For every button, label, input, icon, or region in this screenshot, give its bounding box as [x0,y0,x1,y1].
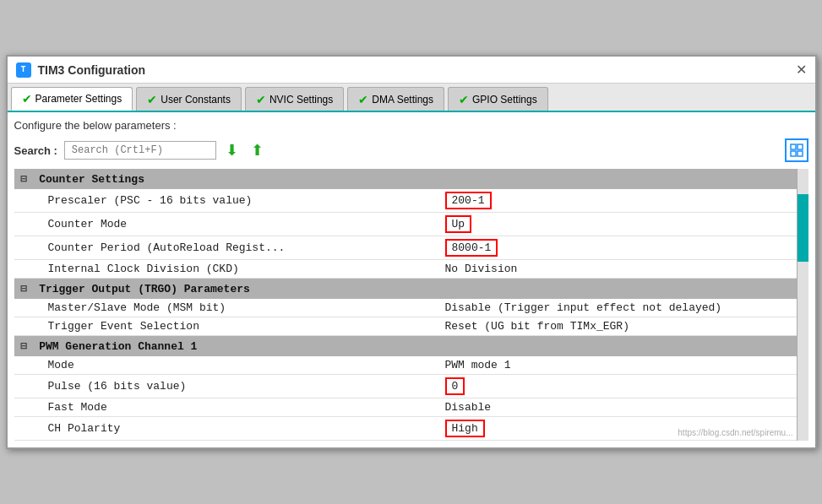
window-title: TIM3 Configuration [38,63,146,77]
section-trigger-output: ⊟ Trigger Output (TRGO) Parameters [14,279,808,300]
param-name: CH Polarity [14,417,411,441]
section-toggle-icon[interactable]: ⊟ [21,340,28,353]
section-title: Counter Settings [39,173,144,186]
param-name: Mode [14,356,411,375]
param-value[interactable]: 8000-1 [411,236,808,260]
table-row: Fast Mode Disable [14,398,808,417]
tab-label: User Constants [161,94,231,106]
configure-text: Configure the below parameters : [14,119,808,132]
table-row: Trigger Event Selection Reset (UG bit fr… [14,317,808,336]
table-row: Master/Slave Mode (MSM bit) Disable (Tri… [14,299,808,317]
search-input[interactable] [64,141,216,160]
grid-icon [790,144,803,157]
table-row: Prescaler (PSC - 16 bits value) 200-1 [14,189,808,213]
param-name: Pulse (16 bits value) [14,375,411,398]
table-row: Internal Clock Division (CKD) No Divisio… [14,260,808,279]
tab-gpio-settings[interactable]: ✔ GPIO Settings [448,87,548,111]
value-highlighted: 8000-1 [445,239,498,257]
param-name: Internal Clock Division (CKD) [14,260,411,279]
svg-rect-0 [791,144,796,149]
search-next-button[interactable]: ⬇ [223,141,242,160]
tab-check-icon: ✔ [256,93,266,106]
grid-view-button[interactable] [785,138,808,162]
window-icon: T [16,62,31,78]
param-value: Disable [411,398,808,417]
table-row: Mode PWM mode 1 [14,356,808,375]
param-value[interactable]: 200-1 [411,189,808,213]
table-row: Counter Mode Up [14,213,808,236]
svg-rect-3 [798,151,803,156]
section-pwm-channel1: ⊟ PWM Generation Channel 1 [14,336,808,357]
param-name: Master/Slave Mode (MSM bit) [14,299,411,317]
param-value: Disable (Trigger input effect not delaye… [411,299,808,317]
watermark: https://blog.csdn.net/spiremu... [678,428,792,437]
section-toggle-icon[interactable]: ⊟ [21,173,28,186]
param-name: Fast Mode [14,398,411,417]
params-wrapper: ⊟ Counter Settings Prescaler (PSC - 16 b… [14,169,808,441]
title-bar-left: T TIM3 Configuration [16,62,146,78]
tab-label: Parameter Settings [35,93,122,105]
param-value: No Division [411,260,808,279]
tab-label: DMA Settings [372,94,433,106]
tab-check-icon: ✔ [459,93,469,106]
param-name: Prescaler (PSC - 16 bits value) [14,189,411,213]
param-name: Counter Period (AutoReload Regist... [14,236,411,260]
section-title: Trigger Output (TRGO) Parameters [39,283,250,295]
title-bar: T TIM3 Configuration ✕ [8,57,815,84]
param-name: Trigger Event Selection [14,317,411,336]
close-button[interactable]: ✕ [796,62,807,78]
tab-check-icon: ✔ [22,92,32,106]
value-highlighted: 0 [445,377,465,395]
param-value: PWM mode 1 [411,356,808,375]
main-window: T TIM3 Configuration ✕ ✔ Parameter Setti… [6,55,817,449]
tab-check-icon: ✔ [358,93,368,106]
tab-user-constants[interactable]: ✔ User Constants [136,87,242,111]
param-value[interactable]: 0 [411,375,808,398]
section-counter-settings: ⊟ Counter Settings [14,169,808,189]
tab-check-icon: ✔ [147,93,157,106]
param-value[interactable]: Up [411,213,808,236]
table-row: Pulse (16 bits value) 0 [14,375,808,398]
search-bar: Search : ⬇ ⬆ [14,138,808,162]
scrollbar-thumb [798,194,808,262]
tab-parameter-settings[interactable]: ✔ Parameter Settings [11,87,133,111]
window-icon-label: T [20,65,25,74]
search-label: Search : [14,144,57,157]
value-highlighted: High [445,420,485,437]
tab-nvic-settings[interactable]: ✔ NVIC Settings [245,87,344,111]
tabs-bar: ✔ Parameter Settings ✔ User Constants ✔ … [8,84,815,112]
content-area: Configure the below parameters : Search … [8,112,815,447]
value-highlighted: Up [445,215,472,233]
table-row: Counter Period (AutoReload Regist... 800… [14,236,808,260]
tab-label: GPIO Settings [472,94,537,106]
param-name: Counter Mode [14,213,411,236]
tab-label: NVIC Settings [269,94,333,106]
scrollbar[interactable] [797,169,808,441]
section-toggle-icon[interactable]: ⊟ [21,283,28,295]
tab-dma-settings[interactable]: ✔ DMA Settings [347,87,444,111]
value-highlighted: 200-1 [445,192,492,209]
param-value: Reset (UG bit from TIMx_EGR) [411,317,808,336]
section-title: PWM Generation Channel 1 [39,340,197,353]
params-table: ⊟ Counter Settings Prescaler (PSC - 16 b… [14,169,808,441]
search-prev-button[interactable]: ⬆ [248,141,267,160]
svg-rect-2 [791,151,796,156]
svg-rect-1 [798,144,803,149]
